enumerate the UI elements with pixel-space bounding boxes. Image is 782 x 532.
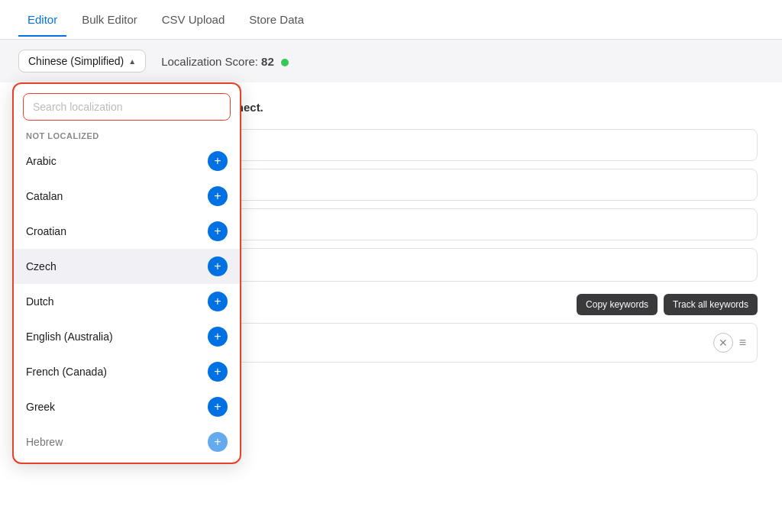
language-selector[interactable]: Chinese (Simplified) ▲ <box>18 50 146 73</box>
lang-label-greek: Greek <box>26 401 55 413</box>
add-croatian-icon: + <box>214 224 221 238</box>
chevron-up-icon: ▲ <box>128 57 136 66</box>
add-catalan-button[interactable]: + <box>208 186 228 206</box>
add-dutch-icon: + <box>214 295 221 308</box>
add-greek-icon: + <box>214 400 221 414</box>
add-arabic-button[interactable]: + <box>208 151 228 171</box>
tab-editor[interactable]: Editor <box>18 2 66 37</box>
keywords-actions: Copy keywords Track all keywords <box>577 294 758 315</box>
copy-keywords-button[interactable]: Copy keywords <box>577 294 658 315</box>
add-arabic-icon: + <box>214 154 221 168</box>
lang-item-greek[interactable]: Greek + <box>14 389 240 424</box>
app-container: Editor Bulk Editor CSV Upload Store Data… <box>0 0 782 532</box>
search-input-wrapper <box>14 84 240 127</box>
lang-label-hebrew: Hebrew <box>26 436 63 448</box>
add-dutch-button[interactable]: + <box>208 292 228 311</box>
score-value: 82 <box>261 55 274 68</box>
add-czech-button[interactable]: + <box>208 256 228 276</box>
score-dot <box>281 59 289 66</box>
lang-label-french-ca: French (Canada) <box>26 366 107 378</box>
menu-icon: ≡ <box>739 336 746 349</box>
lang-item-hebrew[interactable]: Hebrew + <box>14 424 240 459</box>
lang-label-english-au: English (Australia) <box>26 330 113 343</box>
add-czech-icon: + <box>214 260 221 273</box>
add-hebrew-button[interactable]: + <box>208 432 228 452</box>
lang-item-french-ca[interactable]: French (Canada) + <box>14 354 240 389</box>
keyword-menu-button[interactable]: ≡ <box>739 336 746 350</box>
lang-label-catalan: Catalan <box>26 190 63 202</box>
lang-item-czech[interactable]: Czech + <box>14 249 240 284</box>
remove-keyword-button[interactable]: ✕ <box>713 333 733 353</box>
lang-label-croatian: Croatian <box>26 225 66 237</box>
lang-item-catalan[interactable]: Catalan + <box>14 179 240 214</box>
add-greek-button[interactable]: + <box>208 397 228 417</box>
add-french-ca-button[interactable]: + <box>208 362 228 382</box>
lang-item-dutch[interactable]: Dutch + <box>14 284 240 319</box>
top-nav: Editor Bulk Editor CSV Upload Store Data <box>0 0 782 40</box>
tab-csv-upload[interactable]: CSV Upload <box>153 2 234 37</box>
add-catalan-icon: + <box>214 189 221 203</box>
add-english-au-button[interactable]: + <box>208 327 228 347</box>
lang-label-dutch: Dutch <box>26 295 54 308</box>
search-input[interactable] <box>23 93 231 121</box>
track-keywords-button[interactable]: Track all keywords <box>664 294 758 315</box>
language-dropdown: NOT LOCALIZED Arabic + Catalan + Croatia… <box>12 82 241 464</box>
add-english-au-icon: + <box>214 330 221 343</box>
add-hebrew-icon: + <box>214 435 221 449</box>
tab-store-data[interactable]: Store Data <box>240 2 313 37</box>
localization-score: Localization Score: 82 <box>161 55 289 68</box>
language-selector-label: Chinese (Simplified) <box>28 55 124 67</box>
lang-label-arabic: Arabic <box>26 155 57 167</box>
lang-item-english-au[interactable]: English (Australia) + <box>14 319 240 354</box>
add-croatian-button[interactable]: + <box>208 221 228 241</box>
lang-item-croatian[interactable]: Croatian + <box>14 214 240 249</box>
not-localized-label: NOT LOCALIZED <box>14 127 240 143</box>
tab-bulk-editor[interactable]: Bulk Editor <box>73 2 147 37</box>
add-french-ca-icon: + <box>214 365 221 379</box>
circle-x-icon: ✕ <box>719 337 728 349</box>
sub-header: Chinese (Simplified) ▲ Localization Scor… <box>0 40 782 82</box>
keyword-row-actions: ✕ ≡ <box>713 333 746 353</box>
main-content: ion and push directly to App Store Conne… <box>0 82 782 532</box>
lang-label-czech: Czech <box>26 260 57 272</box>
lang-item-arabic[interactable]: Arabic + <box>14 143 240 179</box>
